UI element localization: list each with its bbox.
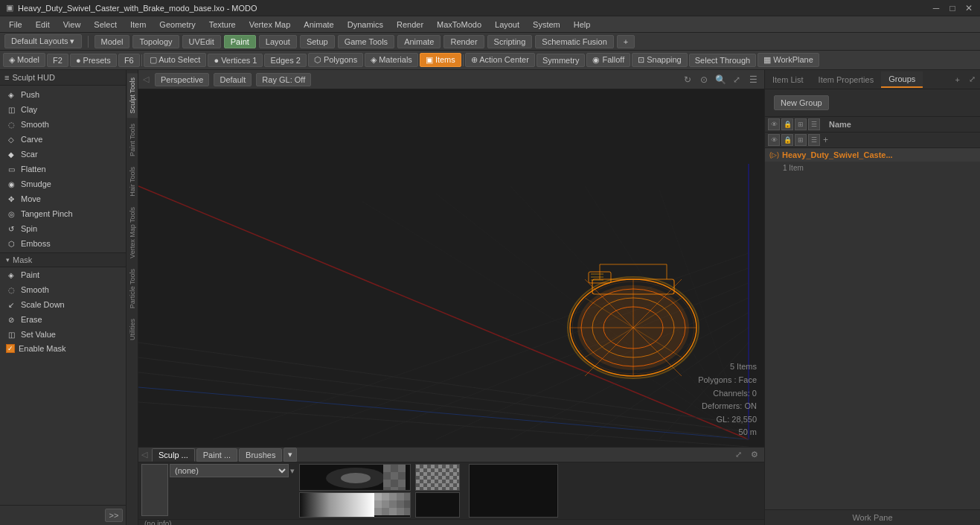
tool-tangent-pinch[interactable]: ◎ Tangent Pinch [0, 206, 126, 221]
tool-carve[interactable]: ◇ Carve [0, 132, 126, 147]
default-layouts-button[interactable]: Default Layouts ▾ [4, 34, 82, 48]
menu-item-geometry[interactable]: Geometry [153, 19, 201, 31]
toolbar-symmetry[interactable]: Symmetry [537, 54, 586, 67]
brush-thumb-checker-1[interactable] [415, 464, 460, 491]
menu-item-select[interactable]: Select [88, 19, 123, 31]
brush-dropdown-arrow[interactable]: ▾ [290, 466, 295, 476]
menu-item-view[interactable]: View [57, 19, 87, 31]
layout-btn-model[interactable]: Model [95, 35, 130, 48]
viewport-canvas[interactable]: X Z Y 5 Items Polygons : Face Channels: … [138, 89, 764, 447]
group-icon-a[interactable]: ⊞ [795, 118, 807, 130]
enable-mask-checkbox[interactable]: ✓ Enable Mask [0, 342, 126, 355]
item-list-row[interactable]: (▷) Heavy_Duty_Swivel_Caste... [765, 148, 980, 162]
maximize-button[interactable]: □ [947, 3, 958, 13]
bottom-tab-paint[interactable]: Paint ... [196, 448, 237, 462]
group-icon-lock[interactable]: 🔒 [781, 118, 793, 130]
viewport-raygl-button[interactable]: Ray GL: Off [256, 73, 311, 86]
rtab-expand-button[interactable]: ⤢ [964, 71, 980, 87]
bottom-menu-icon[interactable]: ⚙ [748, 450, 761, 459]
viewport-expand-icon[interactable]: ⤢ [730, 73, 743, 86]
layout-btn-scripting[interactable]: Scripting [487, 35, 533, 48]
new-group-button[interactable]: New Group [774, 95, 829, 110]
item-add-icon[interactable]: + [823, 135, 828, 145]
tool-emboss[interactable]: ⬡ Emboss [0, 236, 126, 251]
menu-item-maxtomodo[interactable]: MaxToModo [431, 19, 487, 31]
viewport-perspective-button[interactable]: Perspective [155, 73, 209, 86]
toolbar-workplane[interactable]: ▦ WorkPlane [758, 53, 819, 67]
menu-item-render[interactable]: Render [391, 19, 429, 31]
toolbar-snapping[interactable]: ⊡ Snapping [632, 53, 688, 67]
brush-preview-1[interactable] [299, 464, 411, 491]
toolbar-vertices[interactable]: ● Vertices 1 [208, 54, 263, 67]
menu-item-help[interactable]: Help [568, 19, 597, 31]
toolbar-actioncenter[interactable]: ⊕ Action Center [465, 53, 535, 67]
toolbar-polygons[interactable]: ⬡ Polygons [308, 53, 363, 67]
toolbar-selectthrough[interactable]: Select Through [689, 54, 756, 67]
toolbar-model[interactable]: ◈ Model [3, 53, 45, 67]
viewport-shading-button[interactable]: Default [214, 73, 252, 86]
brush-swatch[interactable] [141, 464, 168, 516]
bottom-tab-sculpt[interactable]: Sculp ... [152, 448, 195, 462]
group-icon-b[interactable]: ☰ [808, 118, 820, 130]
tool-smooth[interactable]: ◌ Smooth [0, 117, 126, 132]
layout-btn-layout[interactable]: Layout [259, 35, 297, 48]
bottom-tab-more[interactable]: ▾ [284, 448, 297, 462]
rtab-item-properties[interactable]: Item Properties [811, 72, 882, 87]
tool-smudge[interactable]: ◉ Smudge [0, 176, 126, 191]
tool-mask-paint[interactable]: ◈ Paint [0, 267, 126, 282]
tool-mask-smooth[interactable]: ◌ Smooth [0, 282, 126, 297]
menu-item-texture[interactable]: Texture [203, 19, 242, 31]
menu-item-file[interactable]: File [3, 19, 28, 31]
menu-item-edit[interactable]: Edit [30, 19, 56, 31]
mask-section-header[interactable]: ▾ Mask [0, 252, 126, 267]
vtab-sculpt-tools[interactable]: Sculpt Tools [127, 73, 138, 118]
menu-item-layout[interactable]: Layout [489, 19, 525, 31]
toolbar-items[interactable]: ▣ Items [420, 53, 461, 67]
toolbar-materials[interactable]: ◈ Materials [365, 53, 418, 67]
rtab-groups[interactable]: Groups [881, 71, 923, 88]
rtab-add-button[interactable]: + [951, 72, 964, 87]
viewport-search-icon[interactable]: 🔍 [714, 73, 727, 86]
minimize-button[interactable]: ─ [931, 3, 941, 13]
menu-item-system[interactable]: System [527, 19, 566, 31]
item-eye-icon[interactable]: 👁 [768, 134, 780, 146]
toolbar-f6[interactable]: F6 [118, 54, 140, 67]
layout-btn-setup[interactable]: Setup [300, 35, 335, 48]
bottom-expand-icon[interactable]: ⤢ [732, 450, 745, 459]
brush-area-large[interactable] [469, 464, 558, 518]
item-lock-icon[interactable]: 🔒 [781, 134, 793, 146]
brush-preview-2[interactable] [299, 492, 411, 518]
toolbar-edges[interactable]: Edges 2 [264, 54, 306, 67]
item-a-icon[interactable]: ⊞ [795, 134, 807, 146]
group-icon-eye[interactable]: 👁 [768, 118, 780, 130]
layout-btn-uvedit[interactable]: UVEdit [182, 35, 221, 48]
vtab-hair-tools[interactable]: Hair Tools [127, 162, 138, 201]
tool-spin[interactable]: ↺ Spin [0, 221, 126, 236]
viewport-cam-icon[interactable]: ⊙ [697, 73, 711, 86]
tool-clay[interactable]: ◫ Clay [0, 102, 126, 117]
menu-item-item[interactable]: Item [124, 19, 152, 31]
menu-item-dynamics[interactable]: Dynamics [342, 19, 389, 31]
layout-add-button[interactable]: + [617, 35, 635, 48]
rtab-item-list[interactable]: Item List [765, 72, 811, 87]
tool-scar[interactable]: ◆ Scar [0, 147, 126, 162]
layout-btn-topology[interactable]: Topology [132, 35, 179, 48]
layout-btn-game-tools[interactable]: Game Tools [338, 35, 395, 48]
tool-mask-erase[interactable]: ⊘ Erase [0, 312, 126, 327]
tool-push[interactable]: ◈ Push [0, 87, 126, 102]
tool-mask-scaledown[interactable]: ↙ Scale Down [0, 297, 126, 312]
tool-move[interactable]: ✥ Move [0, 191, 126, 206]
tool-mask-setvalue[interactable]: ◫ Set Value [0, 327, 126, 342]
viewport-rotate-icon[interactable]: ↻ [681, 73, 694, 86]
toolbar-autoselect[interactable]: ▢ Auto Select [144, 53, 207, 67]
toolbar-presets[interactable]: ● Presets [70, 54, 117, 67]
item-b-icon[interactable]: ☰ [808, 134, 820, 146]
vtab-utilities[interactable]: Utilities [127, 314, 138, 345]
menu-item-vertex map[interactable]: Vertex Map [243, 19, 297, 31]
layout-btn-animate[interactable]: Animate [397, 35, 441, 48]
vtab-paint-tools[interactable]: Paint Tools [127, 119, 138, 161]
layout-btn-schematic-fusion[interactable]: Schematic Fusion [535, 35, 613, 48]
bottom-tab-brushes[interactable]: Brushes [239, 448, 282, 462]
viewport-menu-icon[interactable]: ☰ [746, 73, 760, 86]
sidebar-expand-button[interactable]: >> [105, 509, 123, 522]
